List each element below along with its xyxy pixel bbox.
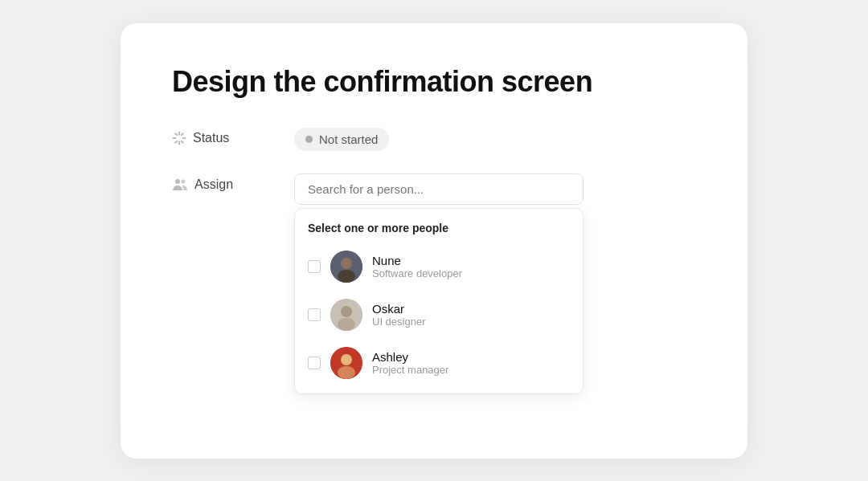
status-row: Status Not started — [172, 128, 696, 151]
checkbox-nune[interactable] — [308, 260, 321, 273]
status-label-group: Status — [172, 128, 268, 145]
svg-point-11 — [341, 258, 352, 269]
assign-row: Assign Select one or more people — [172, 173, 696, 394]
person-name-ashley: Ashley — [372, 350, 448, 364]
svg-line-1 — [182, 133, 183, 135]
status-badge[interactable]: Not started — [294, 128, 389, 151]
svg-point-12 — [338, 270, 355, 283]
checkbox-oskar[interactable] — [308, 308, 321, 321]
assign-label-text: Assign — [194, 177, 233, 192]
person-name-oskar: Oskar — [372, 302, 425, 316]
avatar-oskar — [330, 299, 362, 331]
person-role-nune: Software developer — [372, 267, 462, 279]
status-icon — [172, 131, 186, 145]
person-role-oskar: UI designer — [372, 316, 425, 328]
person-item-oskar[interactable]: Oskar UI designer — [295, 291, 583, 339]
assign-label-group: Assign — [172, 173, 268, 193]
status-badge-text: Not started — [319, 132, 378, 146]
status-dot — [305, 136, 313, 143]
svg-point-18 — [338, 366, 355, 379]
person-search-input[interactable] — [294, 173, 583, 205]
person-name-nune: Nune — [372, 254, 462, 267]
svg-line-5 — [175, 141, 177, 142]
dropdown-heading: Select one or more people — [295, 222, 583, 243]
person-item-nune[interactable]: Nune Software developer — [295, 243, 583, 291]
task-card: Design the confirmation screen Status — [121, 23, 747, 459]
person-info-oskar: Oskar UI designer — [372, 302, 425, 328]
svg-point-17 — [341, 354, 352, 365]
person-item-ashley[interactable]: Ashley Project manager — [295, 339, 583, 387]
person-info-nune: Nune Software developer — [372, 254, 462, 279]
status-label-text: Status — [193, 131, 229, 145]
svg-point-15 — [338, 318, 355, 331]
people-icon — [172, 177, 188, 193]
svg-line-3 — [182, 141, 183, 142]
status-badge-container[interactable]: Not started — [294, 128, 389, 151]
assign-dropdown: Select one or more people Nune — [294, 173, 583, 394]
avatar-nune — [330, 251, 362, 283]
checkbox-ashley[interactable] — [308, 357, 321, 369]
avatar-ashley — [330, 347, 362, 379]
task-title: Design the confirmation screen — [172, 65, 696, 99]
person-dropdown-panel: Select one or more people Nune — [294, 208, 583, 394]
svg-line-7 — [175, 133, 177, 135]
svg-point-14 — [341, 306, 352, 317]
person-info-ashley: Ashley Project manager — [372, 350, 448, 376]
person-role-ashley: Project manager — [372, 364, 448, 376]
svg-point-9 — [182, 179, 186, 183]
svg-point-8 — [175, 179, 180, 184]
